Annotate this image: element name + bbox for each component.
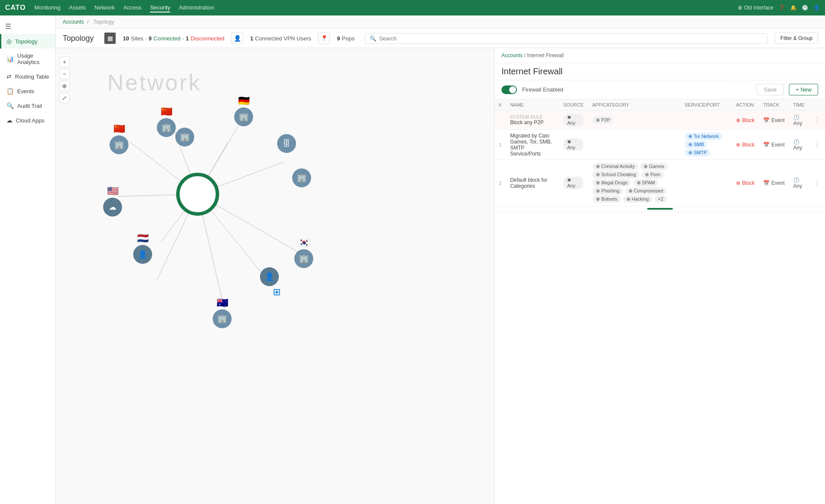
- nav-assets[interactable]: Assets: [69, 3, 86, 12]
- cell-time-1: 🕐 Any: [789, 130, 810, 160]
- building-icon-cn2: 🏢: [110, 135, 128, 154]
- track-event-2: 📅 Event: [763, 180, 785, 186]
- node-win[interactable]: ⊞: [273, 287, 281, 298]
- node-de[interactable]: 🇩🇪 🏢: [234, 95, 253, 126]
- grid-view-btn[interactable]: ▦: [104, 32, 116, 44]
- source-tag-2: ✱ Any: [564, 177, 583, 189]
- table-row: 1 Migrated by Cato Games, Tor, SMB, SMTP…: [495, 130, 825, 160]
- filter-group-btn[interactable]: Filter & Group: [775, 33, 818, 44]
- cloud-icon-us: ☁: [103, 198, 122, 217]
- cell-more-0: ⋮: [810, 111, 825, 130]
- notifications-btn[interactable]: 🔔: [790, 5, 797, 11]
- node-us[interactable]: 🇺🇸 ☁: [103, 186, 122, 217]
- nav-security[interactable]: Security: [150, 3, 170, 12]
- action-block-2: ⊗ Block: [736, 180, 755, 186]
- node-cn2[interactable]: 🇨🇳 🏢: [110, 123, 128, 154]
- stat-arrow-1: ›: [145, 35, 147, 42]
- cell-num-1: 1: [495, 130, 506, 160]
- nav-monitoring[interactable]: Monitoring: [34, 3, 61, 12]
- cell-num-2: 2: [495, 160, 506, 206]
- top-nav: CATO Monitoring Assets Network Access Se…: [0, 0, 825, 15]
- vpn-users-btn[interactable]: 👤: [231, 32, 243, 44]
- sidebar-item-routing-table[interactable]: ⇄ Routing Table: [0, 69, 55, 84]
- app-tag-p2p: ⊕ P2P: [593, 116, 614, 124]
- save-button[interactable]: Save: [757, 84, 784, 95]
- more-options-2[interactable]: ⋮: [814, 179, 821, 186]
- col-track: Track: [759, 99, 789, 111]
- nav-access[interactable]: Access: [123, 3, 141, 12]
- zoom-fullscreen-btn[interactable]: ⤢: [59, 93, 70, 103]
- node-bld1[interactable]: 🏢: [175, 128, 194, 147]
- search-bar: 🔍: [365, 33, 768, 44]
- routing-table-icon: ⇄: [6, 73, 12, 80]
- more-options-0[interactable]: ⋮: [814, 116, 821, 124]
- sidebar-item-events[interactable]: 📋 Events: [0, 84, 55, 98]
- help-btn[interactable]: ❓: [779, 5, 785, 11]
- building-icon-de: 🏢: [234, 107, 253, 126]
- event-label-2: Event: [771, 180, 785, 186]
- rule-name-2: Default block for Categories: [510, 177, 555, 189]
- cell-app-1: [588, 130, 680, 160]
- row-number-1: 1: [499, 142, 501, 147]
- cell-action-2: ⊗ Block: [732, 160, 759, 206]
- zoom-out-btn[interactable]: −: [59, 69, 70, 79]
- new-label: New: [801, 86, 812, 93]
- connected-stat: 9 Connected: [149, 35, 180, 42]
- sites-count: 10: [123, 35, 129, 42]
- nav-administration[interactable]: Administration: [179, 3, 214, 12]
- block-icon-0: ⊗: [736, 117, 740, 123]
- events-icon: 📋: [6, 88, 14, 95]
- flag-nl: 🇳🇱: [137, 233, 149, 244]
- panel-overlay: Accounts / Internet Firewall Internet Fi…: [494, 48, 825, 504]
- event-label-0: Event: [771, 117, 785, 123]
- zoom-location-btn[interactable]: ⊕: [59, 81, 70, 91]
- node-nl[interactable]: 🇳🇱 👤: [133, 233, 152, 264]
- node-db[interactable]: 🗄: [277, 134, 296, 153]
- app-layout: ☰ ◎ Topology 📊 Usage Analytics ⇄ Routing…: [0, 15, 825, 504]
- node-cn1[interactable]: 🇨🇳 🏢: [157, 106, 176, 137]
- app-tag-hacking: ⊕ Hacking: [623, 195, 652, 203]
- sidebar-item-usage-analytics[interactable]: 📊 Usage Analytics: [0, 49, 55, 69]
- search-input[interactable]: [379, 35, 763, 42]
- sidebar-item-cloud-apps[interactable]: ☁ Cloud Apps: [0, 113, 55, 128]
- col-app-category: App/Category: [588, 99, 680, 111]
- firewall-toggle[interactable]: [501, 86, 517, 94]
- node-kr[interactable]: 🇰🇷 🏢: [294, 237, 313, 268]
- old-interface-btn[interactable]: 🖥 Old Interface: [737, 5, 773, 11]
- new-button[interactable]: + New: [789, 84, 818, 95]
- db-icon: 🗄: [277, 134, 296, 153]
- app-tag-cheating: ⊕ School Cheating: [593, 171, 639, 178]
- node-user1[interactable]: 👤: [260, 267, 279, 286]
- node-bld2[interactable]: 🏢: [292, 168, 311, 187]
- pops-btn[interactable]: 📍: [318, 32, 330, 44]
- block-label-2: Block: [742, 180, 755, 186]
- cell-time-2: 🕐 Any: [789, 160, 810, 206]
- more-options-1[interactable]: ⋮: [814, 141, 821, 148]
- sidebar-item-audit-trail[interactable]: 🔍 Audit Trail: [0, 98, 55, 113]
- cell-service-1: ⊕ Tor Network ⊕ SMB ⊕ SMTP: [680, 130, 732, 160]
- plus-icon: +: [795, 86, 799, 93]
- cell-track-2: 📅 Event: [759, 160, 789, 206]
- user-btn[interactable]: 👤: [813, 5, 820, 11]
- win-icon: ⊞: [273, 287, 281, 298]
- rule-name-0: Block any P2P: [510, 119, 555, 125]
- sidebar-item-topology[interactable]: ◎ Topology: [0, 34, 55, 49]
- sites-stat: 10 Sites: [123, 35, 143, 42]
- zoom-in-btn[interactable]: +: [59, 57, 70, 67]
- building-icon-kr: 🏢: [294, 249, 313, 268]
- app-tag-drugs: ⊕ Illegal Drugs: [593, 179, 631, 186]
- system-label-0: SYSTEM RULE: [510, 115, 555, 119]
- sidebar-hamburger[interactable]: ☰: [0, 19, 55, 34]
- main-content: Accounts / Topology Topology ▦ 10 Sites …: [56, 15, 825, 504]
- node-au[interactable]: 🇦🇺 🏢: [213, 297, 232, 328]
- cell-name-0: SYSTEM RULE Block any P2P: [506, 111, 559, 130]
- nav-network[interactable]: Network: [95, 3, 115, 12]
- clock-btn[interactable]: 🕐: [802, 5, 808, 11]
- cell-action-1: ⊗ Block: [732, 130, 759, 160]
- breadcrumb-parent[interactable]: Accounts: [63, 19, 84, 25]
- central-node[interactable]: [176, 173, 219, 216]
- panel-breadcrumb-parent[interactable]: Accounts: [501, 52, 522, 58]
- cell-service-2: [680, 160, 732, 206]
- pops-label: Pops: [342, 35, 355, 42]
- table-row-scroll-indicator: [495, 206, 825, 212]
